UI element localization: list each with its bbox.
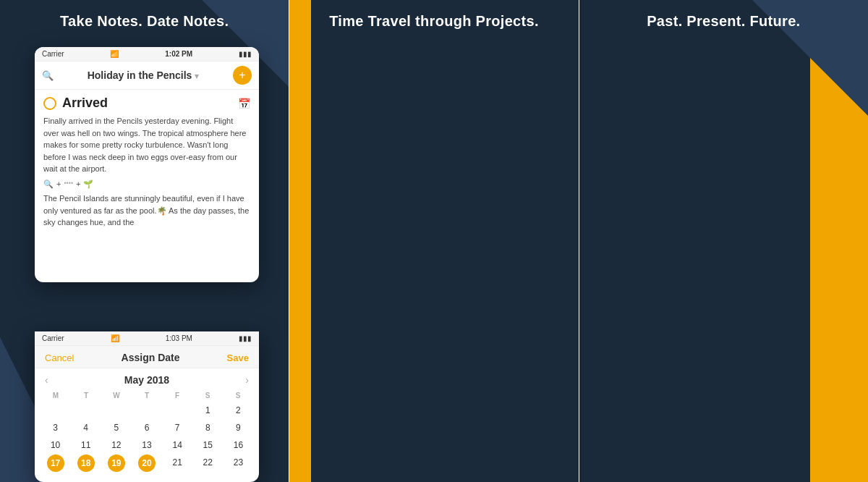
note-area-1: Arrived 📅 Finally arrived in the Pencils… <box>35 90 259 234</box>
note-body-1: Finally arrived in the Pencils yesterday… <box>43 115 250 229</box>
panel-2-heading: Time Travel through Projects. <box>315 0 553 40</box>
divider-2 <box>579 0 579 482</box>
cal-days-row1: - - - - - 1 2 <box>41 402 253 418</box>
overlay-action-bar: Cancel Assign Date Save <box>35 346 259 368</box>
next-month-button[interactable]: › <box>245 374 249 386</box>
cal-days-row4: 17 18 19 20 21 22 23 <box>41 454 253 472</box>
panel-3: Past. Present. Future. Carrier 📶 1:15 PM… <box>579 0 868 482</box>
overlay-time: 1:03 PM <box>166 334 192 342</box>
save-button[interactable]: Save <box>227 352 249 363</box>
month-label: May 2018 <box>124 374 169 386</box>
cancel-button[interactable]: Cancel <box>45 352 74 363</box>
divider-1 <box>289 0 289 482</box>
panel-2: Time Travel through Projects. Carrier 📶 … <box>289 0 578 482</box>
calendar-icon-1[interactable]: 📅 <box>238 98 250 109</box>
phone-1: Carrier 📶 1:02 PM ▮▮▮ 🔍 Holiday in the P… <box>35 47 259 282</box>
battery-1: ▮▮▮ <box>239 50 252 58</box>
note-title-1: Arrived <box>62 96 232 111</box>
cal-days-row3: 10 11 12 13 14 15 16 <box>41 437 253 453</box>
note-header-1: Arrived 📅 <box>43 96 250 111</box>
panel-1: Take Notes. Date Notes. Carrier 📶 1:02 P… <box>0 0 289 482</box>
time-1: 1:02 PM <box>165 50 192 58</box>
search-title-1: Holiday in the Pencils ▾ <box>59 69 227 81</box>
carrier-1: Carrier <box>42 50 64 58</box>
overlay-status-bar: Carrier 📶 1:03 PM ▮▮▮ <box>35 331 259 346</box>
phone-1-overlay: Carrier 📶 1:03 PM ▮▮▮ Cancel Assign Date… <box>35 331 259 482</box>
status-bar-1: Carrier 📶 1:02 PM ▮▮▮ <box>35 47 259 62</box>
bg-accent-2 <box>289 0 311 482</box>
note-circle-1 <box>43 97 56 110</box>
search-bar-1[interactable]: 🔍 Holiday in the Pencils ▾ + <box>35 62 259 90</box>
panel-1-heading: Take Notes. Date Notes. <box>46 0 243 40</box>
cal-days-row2: 3 4 5 6 7 8 9 <box>41 420 253 436</box>
calendar-nav: ‹ May 2018 › <box>35 368 259 392</box>
chevron-icon-1: ▾ <box>195 72 199 80</box>
panel-3-heading: Past. Present. Future. <box>632 0 814 40</box>
calendar-grid: M T W T F S S - - - - - 1 2 3 4 5 6 <box>35 392 259 482</box>
search-icon-1: 🔍 <box>42 70 54 81</box>
add-button-1[interactable]: + <box>233 66 252 85</box>
cal-days-header: M T W T F S S <box>41 392 253 399</box>
assign-date-label: Assign Date <box>122 352 180 363</box>
prev-month-button[interactable]: ‹ <box>45 374 48 386</box>
emoji-row: 🔍+••••+🌱 <box>43 178 250 190</box>
